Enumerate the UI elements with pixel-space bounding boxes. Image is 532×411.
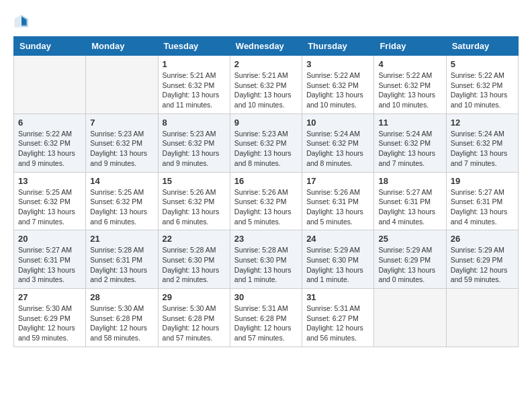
calendar-cell: 13Sunrise: 5:25 AM Sunset: 6:32 PM Dayli… [14, 172, 86, 230]
day-number: 21 [90, 234, 153, 244]
day-number: 14 [90, 176, 153, 186]
day-number: 12 [451, 118, 514, 128]
day-info: Sunrise: 5:21 AM Sunset: 6:32 PM Dayligh… [163, 71, 226, 110]
day-info: Sunrise: 5:24 AM Sunset: 6:32 PM Dayligh… [378, 129, 441, 169]
calendar-cell: 11Sunrise: 5:24 AM Sunset: 6:32 PM Dayli… [374, 113, 446, 172]
logo [13, 13, 32, 30]
calendar-week-4: 20Sunrise: 5:27 AM Sunset: 6:31 PM Dayli… [14, 230, 519, 289]
day-info: Sunrise: 5:22 AM Sunset: 6:32 PM Dayligh… [378, 71, 441, 110]
calendar-week-2: 6Sunrise: 5:22 AM Sunset: 6:32 PM Daylig… [14, 113, 519, 172]
day-number: 6 [18, 118, 81, 128]
day-number: 1 [163, 59, 226, 69]
day-number: 27 [18, 292, 81, 302]
calendar-cell: 31Sunrise: 5:31 AM Sunset: 6:27 PM Dayli… [302, 289, 374, 347]
day-number: 28 [90, 292, 153, 302]
day-info: Sunrise: 5:30 AM Sunset: 6:28 PM Dayligh… [90, 304, 153, 343]
day-info: Sunrise: 5:29 AM Sunset: 6:30 PM Dayligh… [306, 245, 369, 285]
calendar-cell: 19Sunrise: 5:27 AM Sunset: 6:31 PM Dayli… [446, 172, 518, 230]
day-info: Sunrise: 5:29 AM Sunset: 6:29 PM Dayligh… [451, 245, 514, 285]
calendar-cell: 14Sunrise: 5:25 AM Sunset: 6:32 PM Dayli… [86, 172, 158, 230]
day-number: 4 [378, 59, 441, 69]
calendar-cell: 24Sunrise: 5:29 AM Sunset: 6:30 PM Dayli… [302, 230, 374, 289]
calendar-header-sunday: Sunday [14, 37, 86, 56]
calendar-cell: 29Sunrise: 5:30 AM Sunset: 6:28 PM Dayli… [158, 289, 230, 347]
day-number: 7 [90, 118, 153, 128]
calendar-header-thursday: Thursday [302, 37, 374, 56]
day-number: 30 [234, 292, 298, 302]
day-info: Sunrise: 5:26 AM Sunset: 6:31 PM Dayligh… [306, 187, 369, 227]
calendar-cell: 4Sunrise: 5:22 AM Sunset: 6:32 PM Daylig… [374, 56, 446, 114]
day-number: 25 [378, 234, 441, 244]
calendar-cell: 10Sunrise: 5:24 AM Sunset: 6:32 PM Dayli… [302, 113, 374, 172]
day-info: Sunrise: 5:26 AM Sunset: 6:32 PM Dayligh… [163, 187, 226, 227]
page-header [13, 13, 519, 30]
day-number: 31 [306, 292, 369, 302]
logo-icon [13, 13, 30, 30]
day-number: 9 [234, 118, 298, 128]
day-number: 23 [234, 234, 298, 244]
day-info: Sunrise: 5:27 AM Sunset: 6:31 PM Dayligh… [451, 187, 514, 227]
day-info: Sunrise: 5:30 AM Sunset: 6:29 PM Dayligh… [18, 304, 81, 343]
calendar-cell: 2Sunrise: 5:21 AM Sunset: 6:32 PM Daylig… [230, 56, 302, 114]
calendar-week-5: 27Sunrise: 5:30 AM Sunset: 6:29 PM Dayli… [14, 289, 519, 347]
calendar-cell: 3Sunrise: 5:22 AM Sunset: 6:32 PM Daylig… [302, 56, 374, 114]
calendar-cell: 27Sunrise: 5:30 AM Sunset: 6:29 PM Dayli… [14, 289, 86, 347]
calendar-cell: 22Sunrise: 5:28 AM Sunset: 6:30 PM Dayli… [158, 230, 230, 289]
calendar-cell: 7Sunrise: 5:23 AM Sunset: 6:32 PM Daylig… [86, 113, 158, 172]
day-info: Sunrise: 5:30 AM Sunset: 6:28 PM Dayligh… [163, 304, 226, 343]
calendar-cell: 16Sunrise: 5:26 AM Sunset: 6:32 PM Dayli… [230, 172, 302, 230]
day-info: Sunrise: 5:27 AM Sunset: 6:31 PM Dayligh… [18, 245, 81, 285]
calendar-cell: 5Sunrise: 5:22 AM Sunset: 6:32 PM Daylig… [446, 56, 518, 114]
day-info: Sunrise: 5:22 AM Sunset: 6:32 PM Dayligh… [451, 71, 514, 110]
day-info: Sunrise: 5:27 AM Sunset: 6:31 PM Dayligh… [378, 187, 441, 227]
calendar-cell [446, 289, 518, 347]
calendar-cell: 9Sunrise: 5:23 AM Sunset: 6:32 PM Daylig… [230, 113, 302, 172]
day-number: 20 [18, 234, 81, 244]
day-info: Sunrise: 5:25 AM Sunset: 6:32 PM Dayligh… [90, 187, 153, 227]
day-number: 22 [163, 234, 226, 244]
day-number: 15 [163, 176, 226, 186]
calendar-cell: 8Sunrise: 5:23 AM Sunset: 6:32 PM Daylig… [158, 113, 230, 172]
day-number: 2 [234, 59, 298, 69]
day-info: Sunrise: 5:28 AM Sunset: 6:31 PM Dayligh… [90, 245, 153, 285]
calendar-week-3: 13Sunrise: 5:25 AM Sunset: 6:32 PM Dayli… [14, 172, 519, 230]
calendar-cell: 18Sunrise: 5:27 AM Sunset: 6:31 PM Dayli… [374, 172, 446, 230]
calendar-cell: 25Sunrise: 5:29 AM Sunset: 6:29 PM Dayli… [374, 230, 446, 289]
day-number: 29 [163, 292, 226, 302]
day-info: Sunrise: 5:31 AM Sunset: 6:27 PM Dayligh… [306, 304, 369, 343]
day-number: 24 [306, 234, 369, 244]
calendar-header-tuesday: Tuesday [158, 37, 230, 56]
day-number: 19 [451, 176, 514, 186]
calendar-cell: 6Sunrise: 5:22 AM Sunset: 6:32 PM Daylig… [14, 113, 86, 172]
calendar-week-1: 1Sunrise: 5:21 AM Sunset: 6:32 PM Daylig… [14, 56, 519, 114]
day-number: 5 [451, 59, 514, 69]
day-number: 8 [163, 118, 226, 128]
day-info: Sunrise: 5:26 AM Sunset: 6:32 PM Dayligh… [234, 187, 298, 227]
day-info: Sunrise: 5:22 AM Sunset: 6:32 PM Dayligh… [306, 71, 369, 110]
calendar-header-monday: Monday [86, 37, 158, 56]
day-info: Sunrise: 5:22 AM Sunset: 6:32 PM Dayligh… [18, 129, 81, 169]
calendar-cell: 20Sunrise: 5:27 AM Sunset: 6:31 PM Dayli… [14, 230, 86, 289]
calendar-cell: 17Sunrise: 5:26 AM Sunset: 6:31 PM Dayli… [302, 172, 374, 230]
calendar-cell: 26Sunrise: 5:29 AM Sunset: 6:29 PM Dayli… [446, 230, 518, 289]
day-info: Sunrise: 5:24 AM Sunset: 6:32 PM Dayligh… [451, 129, 514, 169]
calendar-cell: 23Sunrise: 5:28 AM Sunset: 6:30 PM Dayli… [230, 230, 302, 289]
day-number: 13 [18, 176, 81, 186]
calendar-cell: 1Sunrise: 5:21 AM Sunset: 6:32 PM Daylig… [158, 56, 230, 114]
day-number: 17 [306, 176, 369, 186]
day-info: Sunrise: 5:31 AM Sunset: 6:28 PM Dayligh… [234, 304, 298, 343]
day-number: 10 [306, 118, 369, 128]
day-number: 11 [378, 118, 441, 128]
calendar-cell: 12Sunrise: 5:24 AM Sunset: 6:32 PM Dayli… [446, 113, 518, 172]
calendar-cell: 30Sunrise: 5:31 AM Sunset: 6:28 PM Dayli… [230, 289, 302, 347]
day-info: Sunrise: 5:29 AM Sunset: 6:29 PM Dayligh… [378, 245, 441, 285]
day-info: Sunrise: 5:28 AM Sunset: 6:30 PM Dayligh… [163, 245, 226, 285]
calendar-cell [86, 56, 158, 114]
calendar-header-wednesday: Wednesday [230, 37, 302, 56]
calendar-cell: 28Sunrise: 5:30 AM Sunset: 6:28 PM Dayli… [86, 289, 158, 347]
day-info: Sunrise: 5:24 AM Sunset: 6:32 PM Dayligh… [306, 129, 369, 169]
day-number: 18 [378, 176, 441, 186]
day-number: 16 [234, 176, 298, 186]
day-info: Sunrise: 5:21 AM Sunset: 6:32 PM Dayligh… [234, 71, 298, 110]
calendar-header-friday: Friday [374, 37, 446, 56]
